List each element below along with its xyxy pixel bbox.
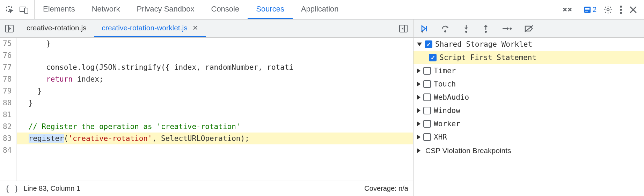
svg-rect-6 [585, 11, 588, 12]
coverage-status: Coverage: n/a [364, 184, 408, 193]
deactivate-breakpoints-icon[interactable] [524, 24, 534, 33]
code-content[interactable]: } console.log(JSON.stringify({ index, ra… [17, 38, 413, 181]
code-line[interactable]: } [17, 38, 413, 50]
code-editor[interactable]: 75767778798081828384 } console.log(JSON.… [0, 38, 413, 181]
device-toggle-icon[interactable] [20, 6, 29, 14]
issues-count: 2 [593, 6, 597, 14]
file-tab[interactable]: creative-rotation.js [19, 20, 94, 37]
file-tab-label: creative-rotation.js [27, 24, 87, 32]
devtools-toolbar: ElementsNetworkPrivacy SandboxConsoleSou… [0, 0, 644, 20]
breakpoint-label: Touch [434, 80, 456, 88]
breakpoint-label: Script First Statement [439, 53, 536, 62]
breakpoint-label: WebAudio [434, 93, 469, 101]
svg-point-10 [620, 12, 622, 14]
panel-tab-sources[interactable]: Sources [248, 0, 293, 19]
breakpoint-group[interactable]: Timer [414, 64, 644, 77]
code-line[interactable]: } [17, 85, 413, 97]
breakpoint-group[interactable]: Shared Storage Worklet [414, 38, 644, 51]
svg-point-9 [620, 9, 622, 11]
panel-tab-privacy-sandbox[interactable]: Privacy Sandbox [128, 0, 203, 19]
step-icon[interactable] [502, 25, 512, 32]
debugger-controls-bar [414, 20, 644, 38]
file-tab[interactable]: creative-rotation-worklet.js✕ [94, 20, 206, 37]
breakpoint-label: Shared Storage Worklet [435, 40, 532, 48]
svg-rect-5 [585, 9, 590, 10]
more-tabs-icon[interactable] [558, 6, 577, 13]
step-into-icon[interactable] [463, 24, 470, 33]
kebab-menu-icon[interactable] [620, 5, 622, 14]
code-line[interactable] [17, 109, 413, 121]
svg-point-8 [620, 6, 622, 8]
expand-icon[interactable] [417, 82, 420, 86]
issues-badge[interactable]: 2 [584, 6, 597, 14]
panel-tab-elements[interactable]: Elements [35, 0, 83, 19]
code-line[interactable]: // Register the operation as 'creative-r… [17, 121, 413, 133]
breakpoint-checkbox[interactable] [423, 67, 431, 75]
svg-point-21 [485, 31, 487, 33]
navigator-toggle-icon[interactable] [5, 24, 14, 33]
breakpoint-checkbox[interactable] [423, 80, 431, 88]
svg-point-23 [510, 28, 512, 30]
expand-icon[interactable] [417, 68, 420, 73]
settings-icon[interactable] [603, 5, 613, 14]
breakpoint-checkbox[interactable] [429, 54, 437, 61]
debugger-toggle-icon[interactable] [399, 24, 408, 33]
breakpoint-section[interactable]: CSP Violation Breakpoints [414, 144, 644, 157]
breakpoint-group[interactable]: Worker [414, 117, 644, 130]
breakpoint-group[interactable]: Touch [414, 77, 644, 91]
resume-icon[interactable] [420, 24, 429, 33]
breakpoint-checkbox[interactable] [423, 133, 431, 141]
svg-rect-4 [585, 8, 590, 9]
section-label: CSP Violation Breakpoints [425, 146, 511, 155]
editor-pane: 75767778798081828384 } console.log(JSON.… [0, 38, 414, 196]
code-line[interactable] [17, 50, 413, 61]
code-line[interactable]: return index; [17, 73, 413, 85]
breakpoint-group[interactable]: WebAudio [414, 91, 644, 104]
pretty-print-icon[interactable]: { } [5, 184, 19, 193]
svg-point-7 [607, 8, 609, 11]
code-line[interactable] [17, 144, 413, 156]
breakpoint-checkbox[interactable] [423, 120, 431, 128]
toolbar-right-icons: 2 [577, 5, 644, 14]
panel-tab-console[interactable]: Console [203, 0, 248, 19]
file-tab-label: creative-rotation-worklet.js [102, 24, 188, 32]
panel-tab-application[interactable]: Application [293, 0, 347, 19]
svg-point-17 [444, 30, 446, 32]
sources-sub-toolbar: creative-rotation.jscreative-rotation-wo… [0, 20, 414, 38]
event-listener-breakpoints: Shared Storage WorkletScript First State… [414, 38, 644, 196]
close-tab-icon[interactable]: ✕ [192, 24, 198, 32]
breakpoint-checkbox[interactable] [423, 107, 431, 114]
line-gutter: 75767778798081828384 [0, 38, 17, 181]
expand-icon[interactable] [417, 135, 420, 140]
inspect-icon[interactable] [6, 6, 14, 14]
panel-tabs: ElementsNetworkPrivacy SandboxConsoleSou… [35, 0, 558, 19]
close-icon[interactable] [629, 6, 637, 14]
breakpoint-group[interactable]: Window [414, 104, 644, 117]
svg-point-19 [465, 31, 467, 33]
expand-icon[interactable] [417, 108, 420, 113]
breakpoint-label: Worker [434, 120, 460, 128]
cursor-position: Line 83, Column 1 [24, 184, 80, 193]
panel-tab-network[interactable]: Network [83, 0, 129, 19]
expand-icon[interactable] [417, 121, 420, 126]
svg-rect-2 [24, 8, 28, 13]
step-over-icon[interactable] [441, 24, 450, 33]
breakpoint-checkbox[interactable] [425, 40, 432, 48]
breakpoint-group[interactable]: XHR [414, 130, 644, 144]
debugger-pane: Shared Storage WorkletScript First State… [414, 38, 644, 196]
code-line[interactable]: register('creative-rotation', SelectURLO… [17, 133, 413, 144]
collapse-icon[interactable] [417, 43, 422, 46]
step-out-icon[interactable] [482, 24, 489, 33]
editor-status-bar: { } Line 83, Column 1 Coverage: n/a [0, 181, 413, 196]
breakpoint-item[interactable]: Script First Statement [414, 51, 644, 64]
breakpoint-checkbox[interactable] [423, 93, 431, 101]
code-line[interactable]: } [17, 97, 413, 109]
code-line[interactable]: console.log(JSON.stringify({ index, rand… [17, 61, 413, 73]
breakpoint-label: Window [434, 106, 460, 115]
expand-icon[interactable] [417, 148, 420, 153]
breakpoint-label: XHR [434, 133, 447, 141]
breakpoint-label: Timer [434, 67, 456, 75]
file-tabs: creative-rotation.jscreative-rotation-wo… [19, 20, 393, 37]
toolbar-left-icons [0, 0, 35, 19]
expand-icon[interactable] [417, 95, 420, 100]
